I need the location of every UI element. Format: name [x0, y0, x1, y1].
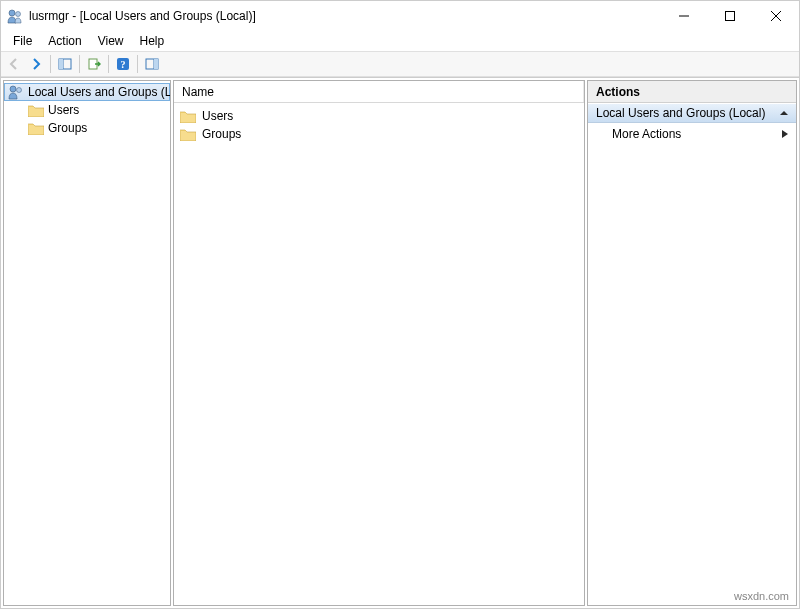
list-item-label: Groups — [202, 127, 241, 141]
tree-item-groups[interactable]: Groups — [4, 119, 170, 137]
list-item[interactable]: Users — [174, 107, 584, 125]
app-window: lusrmgr - [Local Users and Groups (Local… — [0, 0, 800, 609]
toolbar-separator — [50, 55, 51, 73]
folder-icon — [28, 120, 44, 136]
actions-pane: Actions Local Users and Groups (Local) M… — [587, 80, 797, 606]
submenu-arrow-icon — [782, 127, 788, 141]
close-button[interactable] — [753, 1, 799, 31]
list-item-label: Users — [202, 109, 233, 123]
collapse-icon — [780, 106, 788, 120]
folder-icon — [180, 108, 196, 124]
toolbar-separator — [137, 55, 138, 73]
show-hide-tree-button[interactable] — [54, 53, 76, 75]
users-groups-icon — [8, 84, 24, 100]
app-icon — [7, 8, 23, 24]
list-header: Name — [174, 81, 584, 103]
svg-point-15 — [10, 86, 16, 92]
menu-help[interactable]: Help — [132, 32, 173, 50]
svg-rect-3 — [726, 12, 735, 21]
tree-pane: Local Users and Groups (Local) Users Gro… — [3, 80, 171, 606]
toolbar: ? — [1, 51, 799, 77]
actions-section-label: Local Users and Groups (Local) — [596, 106, 765, 120]
tree-root-label: Local Users and Groups (Local) — [28, 85, 171, 99]
menu-file[interactable]: File — [5, 32, 40, 50]
toolbar-separator — [108, 55, 109, 73]
menu-view[interactable]: View — [90, 32, 132, 50]
actions-section[interactable]: Local Users and Groups (Local) — [588, 103, 796, 123]
tree-item-label: Users — [48, 103, 79, 117]
tree-root-item[interactable]: Local Users and Groups (Local) — [4, 83, 170, 101]
help-button[interactable]: ? — [112, 53, 134, 75]
tree-item-users[interactable]: Users — [4, 101, 170, 119]
window-title: lusrmgr - [Local Users and Groups (Local… — [29, 9, 661, 23]
export-list-button[interactable] — [83, 53, 105, 75]
svg-point-1 — [16, 12, 21, 17]
actions-more[interactable]: More Actions — [588, 123, 796, 145]
list-body: Users Groups — [174, 103, 584, 605]
menu-bar: File Action View Help — [1, 31, 799, 51]
column-header-name[interactable]: Name — [174, 81, 584, 102]
folder-icon — [180, 126, 196, 142]
watermark: wsxdn.com — [734, 590, 789, 602]
list-item[interactable]: Groups — [174, 125, 584, 143]
actions-more-label: More Actions — [612, 127, 681, 141]
back-button — [3, 53, 25, 75]
toolbar-separator — [79, 55, 80, 73]
folder-icon — [28, 102, 44, 118]
title-bar: lusrmgr - [Local Users and Groups (Local… — [1, 1, 799, 31]
list-pane: Name Users Groups — [173, 80, 585, 606]
maximize-button[interactable] — [707, 1, 753, 31]
svg-point-0 — [9, 10, 15, 16]
svg-text:?: ? — [121, 59, 126, 70]
forward-button[interactable] — [25, 53, 47, 75]
minimize-button[interactable] — [661, 1, 707, 31]
show-hide-action-pane-button[interactable] — [141, 53, 163, 75]
svg-rect-8 — [59, 59, 63, 69]
svg-point-16 — [17, 88, 22, 93]
svg-rect-14 — [154, 59, 158, 69]
actions-header: Actions — [588, 81, 796, 103]
menu-action[interactable]: Action — [40, 32, 89, 50]
tree-item-label: Groups — [48, 121, 87, 135]
main-area: Local Users and Groups (Local) Users Gro… — [1, 77, 799, 608]
